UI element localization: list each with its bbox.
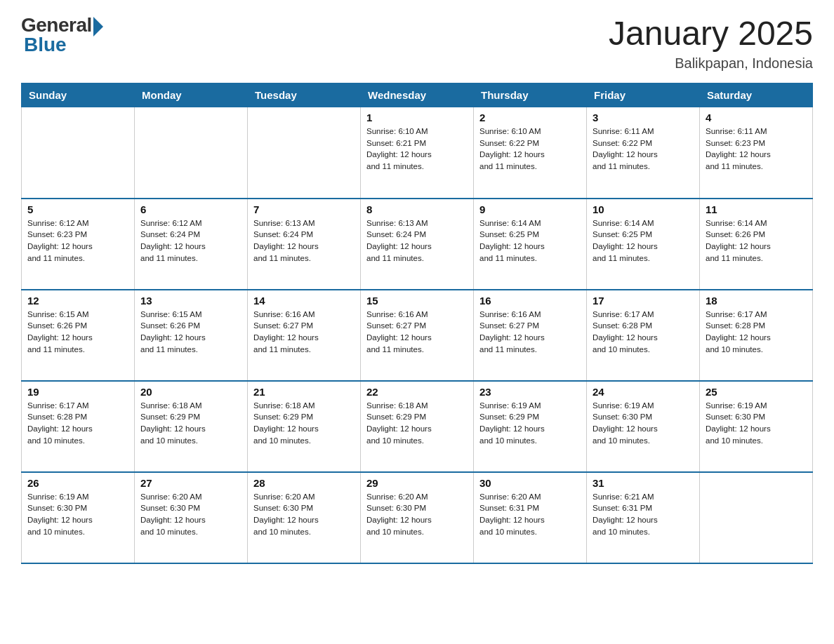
title-block: January 2025 Balikpapan, Indonesia	[609, 14, 813, 72]
day-info: Sunrise: 6:19 AM Sunset: 6:29 PM Dayligh…	[479, 400, 581, 447]
day-info: Sunrise: 6:18 AM Sunset: 6:29 PM Dayligh…	[140, 400, 241, 447]
day-number: 1	[366, 112, 468, 123]
day-info: Sunrise: 6:18 AM Sunset: 6:29 PM Dayligh…	[366, 400, 468, 447]
day-info: Sunrise: 6:17 AM Sunset: 6:28 PM Dayligh…	[593, 309, 694, 356]
day-number: 18	[706, 295, 807, 307]
day-info: Sunrise: 6:14 AM Sunset: 6:26 PM Dayligh…	[706, 217, 807, 264]
day-number: 29	[366, 477, 468, 489]
day-info: Sunrise: 6:14 AM Sunset: 6:25 PM Dayligh…	[479, 217, 581, 264]
day-info: Sunrise: 6:13 AM Sunset: 6:24 PM Dayligh…	[366, 217, 468, 264]
day-number: 9	[479, 203, 581, 215]
day-number: 31	[593, 477, 694, 489]
calendar-day-cell: 24Sunrise: 6:19 AM Sunset: 6:30 PM Dayli…	[587, 381, 700, 472]
calendar-body: 1Sunrise: 6:10 AM Sunset: 6:21 PM Daylig…	[22, 107, 813, 563]
calendar-day-cell: 2Sunrise: 6:10 AM Sunset: 6:22 PM Daylig…	[474, 107, 587, 199]
logo-blue-text: Blue	[21, 34, 67, 56]
day-number: 24	[593, 386, 694, 398]
day-number: 16	[479, 295, 581, 307]
calendar-day-cell: 16Sunrise: 6:16 AM Sunset: 6:27 PM Dayli…	[474, 290, 587, 381]
calendar-week-row: 12Sunrise: 6:15 AM Sunset: 6:26 PM Dayli…	[22, 290, 813, 381]
calendar-day-cell: 9Sunrise: 6:14 AM Sunset: 6:25 PM Daylig…	[474, 199, 587, 290]
day-info: Sunrise: 6:16 AM Sunset: 6:27 PM Dayligh…	[366, 309, 468, 356]
calendar-week-row: 26Sunrise: 6:19 AM Sunset: 6:30 PM Dayli…	[22, 472, 813, 563]
day-info: Sunrise: 6:20 AM Sunset: 6:30 PM Dayligh…	[253, 491, 355, 538]
logo-arrow-icon	[93, 17, 103, 36]
day-number: 10	[593, 203, 694, 215]
day-number: 15	[366, 295, 468, 307]
day-number: 13	[140, 295, 241, 307]
day-info: Sunrise: 6:18 AM Sunset: 6:29 PM Dayligh…	[253, 400, 355, 447]
calendar-day-cell: 13Sunrise: 6:15 AM Sunset: 6:26 PM Dayli…	[135, 290, 248, 381]
day-info: Sunrise: 6:16 AM Sunset: 6:27 PM Dayligh…	[479, 309, 581, 356]
logo: General Blue	[21, 14, 103, 56]
day-number: 14	[253, 295, 355, 307]
calendar-day-cell: 19Sunrise: 6:17 AM Sunset: 6:28 PM Dayli…	[22, 381, 135, 472]
day-info: Sunrise: 6:14 AM Sunset: 6:25 PM Dayligh…	[593, 217, 694, 264]
calendar-day-cell: 23Sunrise: 6:19 AM Sunset: 6:29 PM Dayli…	[474, 381, 587, 472]
location: Balikpapan, Indonesia	[609, 55, 813, 72]
day-of-week-header: Tuesday	[248, 83, 361, 107]
calendar-header: SundayMondayTuesdayWednesdayThursdayFrid…	[22, 83, 813, 107]
calendar-day-cell	[135, 107, 248, 199]
calendar-day-cell: 17Sunrise: 6:17 AM Sunset: 6:28 PM Dayli…	[587, 290, 700, 381]
calendar-day-cell: 25Sunrise: 6:19 AM Sunset: 6:30 PM Dayli…	[700, 381, 813, 472]
day-number: 20	[140, 386, 241, 398]
calendar-day-cell: 3Sunrise: 6:11 AM Sunset: 6:22 PM Daylig…	[587, 107, 700, 199]
day-info: Sunrise: 6:10 AM Sunset: 6:21 PM Dayligh…	[366, 126, 468, 173]
calendar-day-cell: 22Sunrise: 6:18 AM Sunset: 6:29 PM Dayli…	[361, 381, 474, 472]
calendar-day-cell: 30Sunrise: 6:20 AM Sunset: 6:31 PM Dayli…	[474, 472, 587, 563]
page-header: General Blue January 2025 Balikpapan, In…	[21, 14, 813, 72]
day-number: 8	[366, 203, 468, 215]
calendar-day-cell: 28Sunrise: 6:20 AM Sunset: 6:30 PM Dayli…	[248, 472, 361, 563]
calendar-day-cell: 21Sunrise: 6:18 AM Sunset: 6:29 PM Dayli…	[248, 381, 361, 472]
calendar-day-cell: 7Sunrise: 6:13 AM Sunset: 6:24 PM Daylig…	[248, 199, 361, 290]
day-number: 21	[253, 386, 355, 398]
calendar-day-cell: 15Sunrise: 6:16 AM Sunset: 6:27 PM Dayli…	[361, 290, 474, 381]
day-number: 30	[479, 477, 581, 489]
day-number: 11	[706, 203, 807, 215]
day-number: 7	[253, 203, 355, 215]
calendar-day-cell: 5Sunrise: 6:12 AM Sunset: 6:23 PM Daylig…	[22, 199, 135, 290]
days-of-week-row: SundayMondayTuesdayWednesdayThursdayFrid…	[22, 83, 813, 107]
day-number: 12	[27, 295, 128, 307]
day-number: 2	[479, 112, 581, 123]
day-of-week-header: Thursday	[474, 83, 587, 107]
day-number: 25	[706, 386, 807, 398]
calendar-day-cell	[248, 107, 361, 199]
day-info: Sunrise: 6:19 AM Sunset: 6:30 PM Dayligh…	[27, 491, 128, 538]
calendar-day-cell	[700, 472, 813, 563]
calendar-day-cell: 12Sunrise: 6:15 AM Sunset: 6:26 PM Dayli…	[22, 290, 135, 381]
day-number: 3	[593, 112, 694, 123]
day-number: 23	[479, 386, 581, 398]
day-number: 27	[140, 477, 241, 489]
day-number: 5	[27, 203, 128, 215]
calendar-table: SundayMondayTuesdayWednesdayThursdayFrid…	[21, 83, 813, 564]
day-number: 17	[593, 295, 694, 307]
day-number: 28	[253, 477, 355, 489]
day-number: 4	[706, 112, 807, 123]
day-info: Sunrise: 6:12 AM Sunset: 6:24 PM Dayligh…	[140, 217, 241, 264]
month-title: January 2025	[609, 14, 813, 53]
day-number: 19	[27, 386, 128, 398]
calendar-day-cell: 11Sunrise: 6:14 AM Sunset: 6:26 PM Dayli…	[700, 199, 813, 290]
day-info: Sunrise: 6:17 AM Sunset: 6:28 PM Dayligh…	[27, 400, 128, 447]
day-of-week-header: Saturday	[700, 83, 813, 107]
day-info: Sunrise: 6:21 AM Sunset: 6:31 PM Dayligh…	[593, 491, 694, 538]
day-info: Sunrise: 6:20 AM Sunset: 6:31 PM Dayligh…	[479, 491, 581, 538]
day-info: Sunrise: 6:15 AM Sunset: 6:26 PM Dayligh…	[140, 309, 241, 356]
day-info: Sunrise: 6:17 AM Sunset: 6:28 PM Dayligh…	[706, 309, 807, 356]
day-info: Sunrise: 6:15 AM Sunset: 6:26 PM Dayligh…	[27, 309, 128, 356]
calendar-day-cell: 4Sunrise: 6:11 AM Sunset: 6:23 PM Daylig…	[700, 107, 813, 199]
day-info: Sunrise: 6:20 AM Sunset: 6:30 PM Dayligh…	[366, 491, 468, 538]
day-of-week-header: Wednesday	[361, 83, 474, 107]
day-info: Sunrise: 6:16 AM Sunset: 6:27 PM Dayligh…	[253, 309, 355, 356]
calendar-day-cell: 10Sunrise: 6:14 AM Sunset: 6:25 PM Dayli…	[587, 199, 700, 290]
day-of-week-header: Monday	[135, 83, 248, 107]
calendar-day-cell: 14Sunrise: 6:16 AM Sunset: 6:27 PM Dayli…	[248, 290, 361, 381]
calendar-day-cell: 18Sunrise: 6:17 AM Sunset: 6:28 PM Dayli…	[700, 290, 813, 381]
day-info: Sunrise: 6:11 AM Sunset: 6:22 PM Dayligh…	[593, 126, 694, 173]
calendar-day-cell: 1Sunrise: 6:10 AM Sunset: 6:21 PM Daylig…	[361, 107, 474, 199]
calendar-day-cell: 27Sunrise: 6:20 AM Sunset: 6:30 PM Dayli…	[135, 472, 248, 563]
calendar-day-cell: 6Sunrise: 6:12 AM Sunset: 6:24 PM Daylig…	[135, 199, 248, 290]
day-of-week-header: Friday	[587, 83, 700, 107]
